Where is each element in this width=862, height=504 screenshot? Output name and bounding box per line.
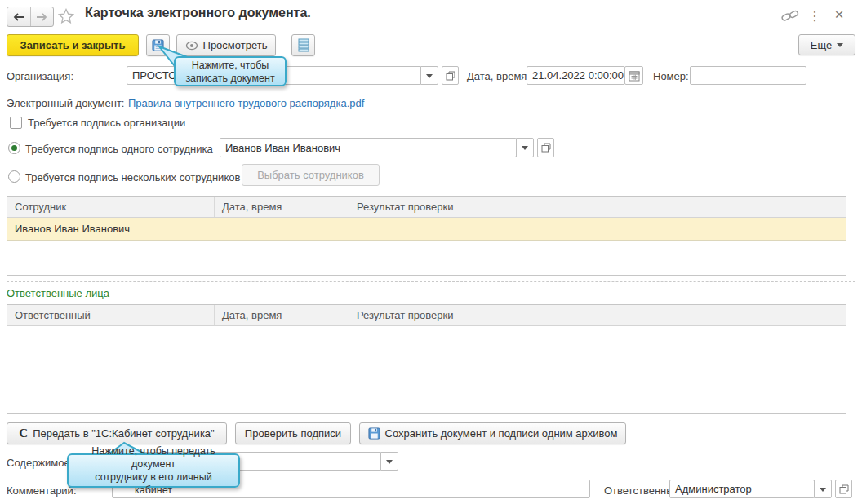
responsible-open-button[interactable]	[835, 480, 852, 498]
column-header: Результат проверки	[349, 197, 846, 217]
check-signatures-button[interactable]: Проверить подписи	[235, 422, 351, 444]
org-signature-checkbox[interactable]	[10, 117, 22, 129]
responsible-section-title: Ответственные лица	[7, 287, 109, 299]
back-button[interactable]	[7, 7, 30, 26]
content-label: Содержимое:	[7, 457, 73, 469]
employee-dropdown-button[interactable]	[516, 138, 534, 157]
table-row-selected[interactable]: Иванов Иван Иванович	[7, 218, 846, 241]
select-employees-button[interactable]: Выбрать сотрудников	[242, 164, 380, 186]
datetime-field[interactable]: 21.04.2022 0:00:00	[527, 66, 625, 85]
open-in-window-icon	[839, 484, 849, 494]
chevron-down-icon	[386, 460, 393, 467]
save-tooltip: Нажмите, чтобы записать документ	[174, 56, 287, 86]
number-field[interactable]	[690, 66, 806, 85]
responsible-table-header: Ответственный Дата, время Результат пров…	[7, 305, 846, 326]
one-employee-label: Требуется подпись одного сотрудника	[25, 143, 213, 155]
forward-arrow-icon	[35, 12, 48, 22]
comment-label: Комментарий:	[7, 484, 77, 497]
employee-open-button[interactable]	[537, 138, 554, 157]
several-employees-label: Требуется подпись нескольких сотрудников	[25, 171, 240, 183]
organization-open-button[interactable]	[442, 66, 459, 85]
one-c-logo-icon: С	[19, 427, 28, 440]
responsible-table: Ответственный Дата, время Результат пров…	[7, 304, 846, 414]
column-header: Ответственный	[7, 305, 215, 325]
column-header: Дата, время	[215, 197, 349, 217]
save-archive-button[interactable]: Сохранить документ и подписи одним архив…	[359, 422, 626, 444]
favorite-star-icon[interactable]	[57, 7, 75, 24]
open-in-window-icon	[541, 143, 551, 153]
employees-table-header: Сотрудник Дата, время Результат проверки	[7, 197, 846, 218]
responsible-dropdown-button[interactable]	[814, 480, 832, 498]
forward-button[interactable]	[30, 7, 54, 26]
several-employees-radio[interactable]	[8, 170, 20, 183]
chevron-down-icon	[820, 488, 826, 495]
organization-label: Организация:	[7, 70, 73, 82]
chevron-down-icon	[522, 146, 528, 153]
number-label: Номер:	[653, 70, 689, 82]
calendar-icon	[629, 70, 640, 82]
column-header: Дата, время	[215, 305, 349, 325]
org-signature-label: Требуется подпись организации	[28, 117, 185, 129]
get-link-icon[interactable]	[780, 8, 800, 23]
employees-table: Сотрудник Дата, время Результат проверки…	[7, 196, 846, 276]
save-and-close-button[interactable]: Записать и закрыть	[7, 34, 139, 56]
chevron-down-icon	[837, 43, 843, 51]
chevron-down-icon	[426, 74, 433, 82]
more-menu-dots-icon[interactable]: ⋮	[809, 7, 820, 24]
column-header: Результат проверки	[349, 305, 846, 325]
floppy-disk-icon	[368, 427, 380, 440]
stack-icon	[298, 38, 309, 52]
calendar-picker-button[interactable]	[624, 66, 643, 85]
edoc-label: Электронный документ:	[7, 97, 124, 109]
nav-history-group	[7, 7, 54, 27]
document-structure-button[interactable]	[291, 34, 315, 56]
section-splitter[interactable]	[7, 281, 855, 282]
open-in-window-icon	[446, 71, 455, 81]
responsible-field[interactable]: Администратор	[669, 480, 815, 498]
more-actions-button[interactable]: Еще	[798, 34, 855, 55]
transfer-tooltip: Нажмите, чтобы передать документ сотрудн…	[67, 453, 240, 488]
organization-dropdown-button[interactable]	[420, 66, 438, 85]
electronic-document-card-window: Карточка электронного документа. ⋮ × Зап…	[0, 0, 862, 504]
datetime-label: Дата, время:	[467, 70, 530, 82]
edoc-file-link[interactable]: Правила внутреннего трудового распорядка…	[128, 97, 364, 109]
content-dropdown-button[interactable]	[380, 452, 398, 471]
back-arrow-icon	[12, 12, 25, 22]
employee-field[interactable]: Иванов Иван Иванович	[220, 138, 517, 157]
one-employee-radio[interactable]	[8, 142, 20, 154]
column-header: Сотрудник	[7, 197, 215, 217]
close-icon[interactable]: ×	[831, 5, 847, 24]
page-title: Карточка электронного документа.	[85, 6, 311, 20]
